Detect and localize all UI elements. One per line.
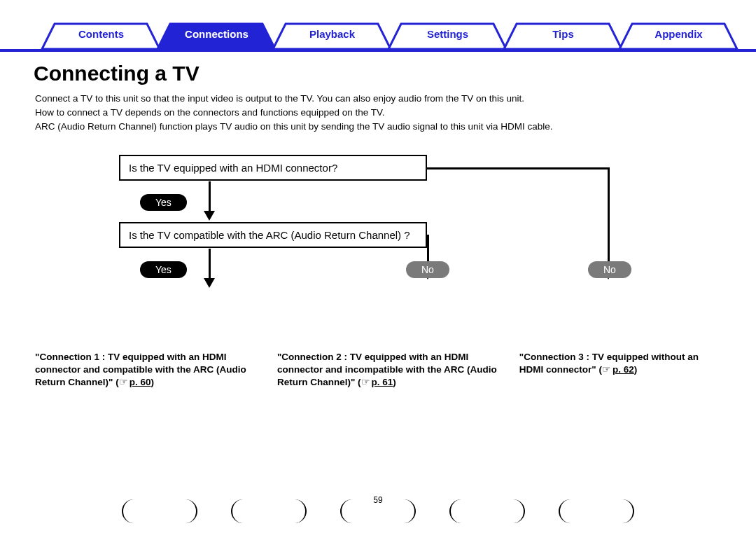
nav-bracket-5[interactable]: [559, 499, 634, 523]
arrow-down-icon: [204, 278, 215, 288]
question-2-box: Is the TV compatible with the ARC (Audio…: [119, 222, 427, 248]
nav-bracket-1[interactable]: [122, 499, 197, 523]
bottom-nav: 59: [0, 499, 756, 523]
results-row: "Connection 1 : TV equipped with an HDMI…: [35, 351, 721, 389]
result-3-suffix: ): [634, 364, 638, 375]
result-3-link[interactable]: p. 62: [612, 364, 634, 375]
tab-appendix[interactable]: Appendix: [621, 28, 736, 40]
yes-pill-1: Yes: [140, 194, 187, 211]
intro-line-3: ARC (Audio Return Channel) function play…: [35, 120, 721, 133]
no-pill-2: No: [588, 261, 631, 278]
hand-icon: ☞: [602, 364, 611, 376]
hand-icon: ☞: [119, 376, 128, 389]
yes-pill-2: Yes: [140, 261, 187, 278]
no-pill-1: No: [406, 261, 449, 278]
tab-connections[interactable]: Connections: [159, 28, 274, 40]
result-2: "Connection 2 : TV equipped with an HDMI…: [277, 351, 507, 389]
tab-tips[interactable]: Tips: [505, 28, 621, 40]
question-1-box: Is the TV equipped with an HDMI connecto…: [119, 155, 427, 181]
nav-bracket-3[interactable]: 59: [340, 499, 416, 523]
result-3: "Connection 3 : TV equipped without an H…: [519, 351, 721, 389]
top-tabs: Contents Connections Playback Settings T…: [0, 20, 756, 52]
tab-settings[interactable]: Settings: [390, 28, 505, 40]
hand-icon: ☞: [361, 376, 370, 389]
result-2-suffix: ): [393, 377, 396, 387]
page-title: Connecting a TV: [34, 62, 756, 85]
nav-bracket-2[interactable]: [231, 499, 307, 523]
intro-line-1: Connect a TV to this unit so that the in…: [35, 92, 721, 105]
flowchart: Is the TV equipped with an HDMI connecto…: [35, 155, 721, 351]
result-1: "Connection 1 : TV equipped with an HDMI…: [35, 351, 265, 389]
intro-text: Connect a TV to this unit so that the in…: [35, 92, 721, 134]
result-2-link[interactable]: p. 61: [372, 377, 393, 387]
result-1-suffix: ): [150, 377, 154, 387]
page-number: 59: [373, 495, 382, 505]
tab-contents[interactable]: Contents: [43, 28, 159, 40]
intro-line-2: How to connect a TV depends on the conne…: [35, 106, 721, 119]
nav-bracket-4[interactable]: [449, 499, 525, 523]
arrow-down-icon: [204, 211, 215, 221]
result-1-link[interactable]: p. 60: [130, 377, 151, 387]
tab-playback[interactable]: Playback: [274, 28, 390, 40]
